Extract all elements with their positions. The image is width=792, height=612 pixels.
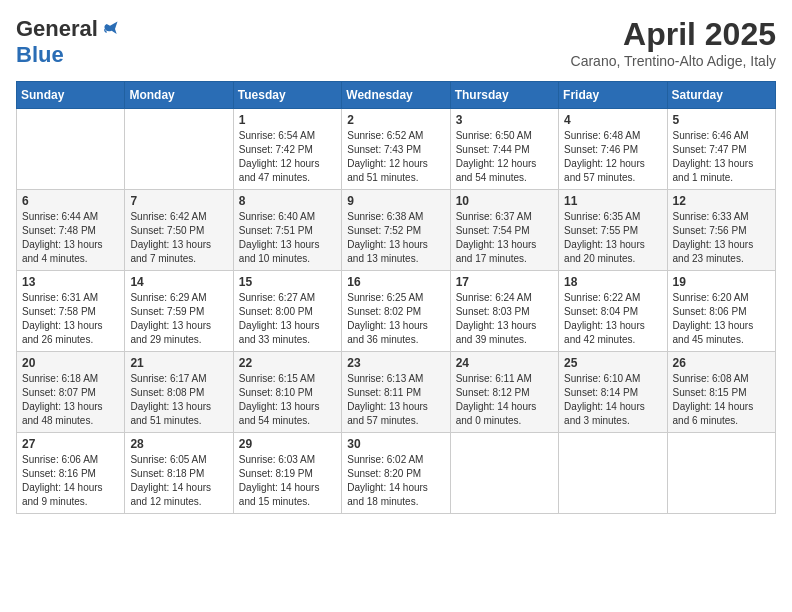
day-number: 16 — [347, 275, 444, 289]
day-number: 22 — [239, 356, 336, 370]
calendar-cell: 13Sunrise: 6:31 AM Sunset: 7:58 PM Dayli… — [17, 271, 125, 352]
calendar-cell: 23Sunrise: 6:13 AM Sunset: 8:11 PM Dayli… — [342, 352, 450, 433]
day-number: 10 — [456, 194, 553, 208]
day-number: 3 — [456, 113, 553, 127]
calendar-cell: 19Sunrise: 6:20 AM Sunset: 8:06 PM Dayli… — [667, 271, 775, 352]
day-info: Sunrise: 6:05 AM Sunset: 8:18 PM Dayligh… — [130, 453, 227, 509]
day-info: Sunrise: 6:20 AM Sunset: 8:06 PM Dayligh… — [673, 291, 770, 347]
day-info: Sunrise: 6:25 AM Sunset: 8:02 PM Dayligh… — [347, 291, 444, 347]
calendar-cell — [559, 433, 667, 514]
calendar-table: SundayMondayTuesdayWednesdayThursdayFrid… — [16, 81, 776, 514]
day-info: Sunrise: 6:08 AM Sunset: 8:15 PM Dayligh… — [673, 372, 770, 428]
calendar-cell: 25Sunrise: 6:10 AM Sunset: 8:14 PM Dayli… — [559, 352, 667, 433]
day-info: Sunrise: 6:48 AM Sunset: 7:46 PM Dayligh… — [564, 129, 661, 185]
calendar-cell: 21Sunrise: 6:17 AM Sunset: 8:08 PM Dayli… — [125, 352, 233, 433]
day-number: 24 — [456, 356, 553, 370]
calendar-cell: 22Sunrise: 6:15 AM Sunset: 8:10 PM Dayli… — [233, 352, 341, 433]
calendar-header-row: SundayMondayTuesdayWednesdayThursdayFrid… — [17, 82, 776, 109]
day-info: Sunrise: 6:06 AM Sunset: 8:16 PM Dayligh… — [22, 453, 119, 509]
day-info: Sunrise: 6:33 AM Sunset: 7:56 PM Dayligh… — [673, 210, 770, 266]
day-number: 27 — [22, 437, 119, 451]
calendar-header-sunday: Sunday — [17, 82, 125, 109]
day-number: 12 — [673, 194, 770, 208]
logo-bird-icon — [100, 19, 120, 39]
calendar-cell: 11Sunrise: 6:35 AM Sunset: 7:55 PM Dayli… — [559, 190, 667, 271]
day-info: Sunrise: 6:10 AM Sunset: 8:14 PM Dayligh… — [564, 372, 661, 428]
day-number: 14 — [130, 275, 227, 289]
day-number: 23 — [347, 356, 444, 370]
day-number: 13 — [22, 275, 119, 289]
calendar-cell: 14Sunrise: 6:29 AM Sunset: 7:59 PM Dayli… — [125, 271, 233, 352]
calendar-cell: 24Sunrise: 6:11 AM Sunset: 8:12 PM Dayli… — [450, 352, 558, 433]
calendar-cell — [17, 109, 125, 190]
day-number: 8 — [239, 194, 336, 208]
day-info: Sunrise: 6:18 AM Sunset: 8:07 PM Dayligh… — [22, 372, 119, 428]
day-info: Sunrise: 6:27 AM Sunset: 8:00 PM Dayligh… — [239, 291, 336, 347]
day-info: Sunrise: 6:13 AM Sunset: 8:11 PM Dayligh… — [347, 372, 444, 428]
calendar-cell: 29Sunrise: 6:03 AM Sunset: 8:19 PM Dayli… — [233, 433, 341, 514]
logo-general-text: General — [16, 16, 98, 42]
day-info: Sunrise: 6:52 AM Sunset: 7:43 PM Dayligh… — [347, 129, 444, 185]
calendar-week-row-2: 6Sunrise: 6:44 AM Sunset: 7:48 PM Daylig… — [17, 190, 776, 271]
day-number: 6 — [22, 194, 119, 208]
calendar-title-block: April 2025 Carano, Trentino-Alto Adige, … — [571, 16, 776, 69]
day-number: 26 — [673, 356, 770, 370]
calendar-header-thursday: Thursday — [450, 82, 558, 109]
calendar-cell — [125, 109, 233, 190]
day-info: Sunrise: 6:35 AM Sunset: 7:55 PM Dayligh… — [564, 210, 661, 266]
calendar-header-wednesday: Wednesday — [342, 82, 450, 109]
calendar-cell: 7Sunrise: 6:42 AM Sunset: 7:50 PM Daylig… — [125, 190, 233, 271]
calendar-week-row-1: 1Sunrise: 6:54 AM Sunset: 7:42 PM Daylig… — [17, 109, 776, 190]
calendar-cell — [667, 433, 775, 514]
calendar-cell: 30Sunrise: 6:02 AM Sunset: 8:20 PM Dayli… — [342, 433, 450, 514]
day-number: 20 — [22, 356, 119, 370]
day-info: Sunrise: 6:11 AM Sunset: 8:12 PM Dayligh… — [456, 372, 553, 428]
calendar-cell: 20Sunrise: 6:18 AM Sunset: 8:07 PM Dayli… — [17, 352, 125, 433]
calendar-cell: 9Sunrise: 6:38 AM Sunset: 7:52 PM Daylig… — [342, 190, 450, 271]
day-number: 2 — [347, 113, 444, 127]
day-number: 29 — [239, 437, 336, 451]
calendar-cell: 27Sunrise: 6:06 AM Sunset: 8:16 PM Dayli… — [17, 433, 125, 514]
day-info: Sunrise: 6:44 AM Sunset: 7:48 PM Dayligh… — [22, 210, 119, 266]
calendar-cell: 12Sunrise: 6:33 AM Sunset: 7:56 PM Dayli… — [667, 190, 775, 271]
calendar-cell: 18Sunrise: 6:22 AM Sunset: 8:04 PM Dayli… — [559, 271, 667, 352]
calendar-week-row-5: 27Sunrise: 6:06 AM Sunset: 8:16 PM Dayli… — [17, 433, 776, 514]
calendar-cell: 16Sunrise: 6:25 AM Sunset: 8:02 PM Dayli… — [342, 271, 450, 352]
day-info: Sunrise: 6:37 AM Sunset: 7:54 PM Dayligh… — [456, 210, 553, 266]
calendar-cell: 6Sunrise: 6:44 AM Sunset: 7:48 PM Daylig… — [17, 190, 125, 271]
calendar-cell: 10Sunrise: 6:37 AM Sunset: 7:54 PM Dayli… — [450, 190, 558, 271]
day-info: Sunrise: 6:46 AM Sunset: 7:47 PM Dayligh… — [673, 129, 770, 185]
calendar-cell: 2Sunrise: 6:52 AM Sunset: 7:43 PM Daylig… — [342, 109, 450, 190]
day-number: 11 — [564, 194, 661, 208]
calendar-cell: 4Sunrise: 6:48 AM Sunset: 7:46 PM Daylig… — [559, 109, 667, 190]
calendar-header-friday: Friday — [559, 82, 667, 109]
day-info: Sunrise: 6:50 AM Sunset: 7:44 PM Dayligh… — [456, 129, 553, 185]
location-title: Carano, Trentino-Alto Adige, Italy — [571, 53, 776, 69]
day-info: Sunrise: 6:40 AM Sunset: 7:51 PM Dayligh… — [239, 210, 336, 266]
day-info: Sunrise: 6:02 AM Sunset: 8:20 PM Dayligh… — [347, 453, 444, 509]
day-number: 15 — [239, 275, 336, 289]
day-number: 4 — [564, 113, 661, 127]
calendar-cell — [450, 433, 558, 514]
calendar-cell: 8Sunrise: 6:40 AM Sunset: 7:51 PM Daylig… — [233, 190, 341, 271]
logo: General Blue — [16, 16, 120, 68]
calendar-cell: 26Sunrise: 6:08 AM Sunset: 8:15 PM Dayli… — [667, 352, 775, 433]
calendar-cell: 1Sunrise: 6:54 AM Sunset: 7:42 PM Daylig… — [233, 109, 341, 190]
logo-blue-text: Blue — [16, 42, 64, 68]
day-info: Sunrise: 6:29 AM Sunset: 7:59 PM Dayligh… — [130, 291, 227, 347]
day-info: Sunrise: 6:54 AM Sunset: 7:42 PM Dayligh… — [239, 129, 336, 185]
day-number: 28 — [130, 437, 227, 451]
calendar-header-saturday: Saturday — [667, 82, 775, 109]
day-number: 21 — [130, 356, 227, 370]
day-info: Sunrise: 6:17 AM Sunset: 8:08 PM Dayligh… — [130, 372, 227, 428]
page-header: General Blue April 2025 Carano, Trentino… — [16, 16, 776, 69]
calendar-header-monday: Monday — [125, 82, 233, 109]
calendar-cell: 17Sunrise: 6:24 AM Sunset: 8:03 PM Dayli… — [450, 271, 558, 352]
day-info: Sunrise: 6:03 AM Sunset: 8:19 PM Dayligh… — [239, 453, 336, 509]
day-info: Sunrise: 6:31 AM Sunset: 7:58 PM Dayligh… — [22, 291, 119, 347]
day-number: 25 — [564, 356, 661, 370]
day-info: Sunrise: 6:38 AM Sunset: 7:52 PM Dayligh… — [347, 210, 444, 266]
calendar-cell: 15Sunrise: 6:27 AM Sunset: 8:00 PM Dayli… — [233, 271, 341, 352]
calendar-week-row-3: 13Sunrise: 6:31 AM Sunset: 7:58 PM Dayli… — [17, 271, 776, 352]
calendar-cell: 3Sunrise: 6:50 AM Sunset: 7:44 PM Daylig… — [450, 109, 558, 190]
